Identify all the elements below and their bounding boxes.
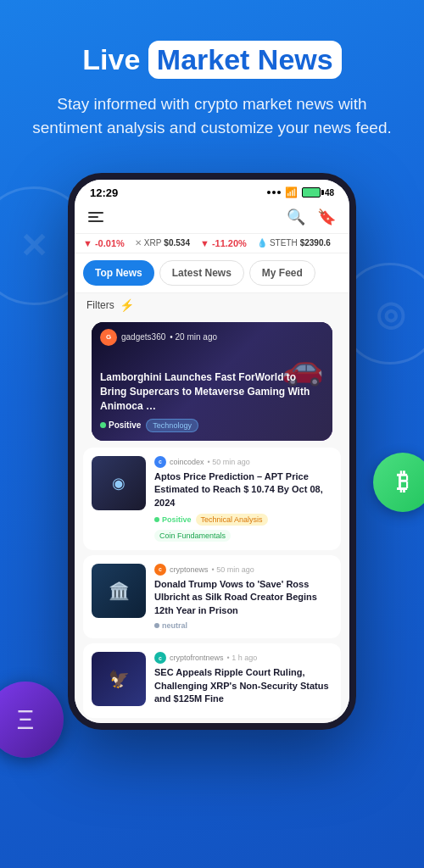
nav-bar: 🔍 🔖 [75, 203, 349, 234]
steth-label: STETH [270, 238, 298, 248]
news-item-3[interactable]: 🦅 c cryptofrontnews • 1 h ago SEC Appeal… [83, 643, 341, 718]
news-body-2: c cryptonews • 50 min ago Donald Trump V… [154, 564, 332, 630]
news-source-row-3: c cryptofrontnews • 1 h ago [154, 652, 332, 664]
phone-mockup: 12:29 📶 48 🔍 🔖 [68, 173, 356, 731]
xrp-label: XRP [144, 238, 162, 248]
filter-icon[interactable]: ⚡ [120, 298, 134, 312]
tag-technical-analysis[interactable]: Technical Analysis [196, 514, 268, 526]
ticker-bar: ▼ -0.01% ✕ XRP $0.534 ▼ -11.20% 💧 STETH … [75, 234, 349, 253]
xrp-icon: ✕ [135, 238, 142, 248]
news-source-row-2: c cryptonews • 50 min ago [154, 564, 332, 576]
featured-card-wrapper: 🚗 G gadgets360 • 20 min ago Lamborghini … [75, 317, 349, 441]
news-time-2: • 50 min ago [212, 565, 254, 574]
header-section: Live Market News Stay informed with cryp… [0, 0, 424, 158]
bookmark-icon[interactable]: 🔖 [317, 208, 336, 226]
featured-source-row: G gadgets360 • 20 min ago [100, 329, 217, 346]
headline-highlight: Market News [148, 41, 342, 79]
news-thumb-1: ◉ [92, 456, 146, 510]
news-sentiment-1: Positive [154, 515, 192, 524]
featured-title: Lamborghini Launches Fast ForWorld to Br… [100, 370, 324, 413]
battery-level: 48 [325, 188, 334, 198]
status-bar: 12:29 📶 48 [75, 180, 349, 203]
featured-source-name: gadgets360 [121, 332, 165, 342]
featured-card-content: Lamborghini Launches Fast ForWorld to Br… [100, 370, 324, 431]
subtitle: Stay informed with crypto market news wi… [0, 92, 424, 141]
headline: Live Market News [0, 41, 424, 79]
trump-icon: 🏛️ [109, 581, 130, 601]
news-source-3: cryptofrontnews [170, 654, 224, 662]
ticker-item-1: ▼ -0.01% [83, 238, 125, 248]
apt-icon: ◉ [112, 474, 126, 492]
news-tags-1: Positive Technical Analysis Coin Fundame… [154, 514, 332, 542]
ticker-item-2: ▼ -11.20% [200, 238, 247, 248]
news-body-1: c coincodex • 50 min ago Aptos Price Pre… [154, 456, 332, 542]
news-source-row-1: c coincodex • 50 min ago [154, 456, 332, 468]
status-icons: 📶 48 [267, 186, 334, 198]
headline-live: Live [82, 43, 140, 75]
news-sentiment-2: neutral [154, 621, 187, 630]
search-icon[interactable]: 🔍 [287, 208, 305, 226]
ticker-value-1: ▼ -0.01% [83, 238, 125, 248]
news-thumb-2: 🏛️ [92, 564, 146, 618]
tag-coin-fundamentals[interactable]: Coin Fundamentals [154, 530, 231, 542]
time-display: 12:29 [90, 186, 118, 199]
ticker-item-xrp: ✕ XRP $0.534 [135, 238, 190, 248]
news-body-3: c cryptofrontnews • 1 h ago SEC Appeals … [154, 652, 332, 709]
news-source-1: coincodex [170, 458, 204, 466]
btc-float-icon: ₿ [373, 453, 424, 512]
news-tags-2: neutral [154, 621, 332, 630]
featured-sentiment: Positive [100, 420, 141, 430]
phone-mockup-wrapper: 12:29 📶 48 🔍 🔖 [0, 173, 424, 731]
coincodex-icon: c [154, 456, 166, 468]
tab-top-news[interactable]: Top News [83, 260, 154, 286]
news-time-1: • 50 min ago [208, 458, 250, 466]
tab-latest-news[interactable]: Latest News [159, 260, 244, 286]
featured-tags: Positive Technology [100, 419, 324, 432]
steth-icon: 💧 [257, 238, 267, 248]
news-title-3: SEC Appeals Ripple Court Ruling, Challen… [154, 666, 332, 705]
news-item-1[interactable]: ◉ c coincodex • 50 min ago Aptos Price P… [83, 448, 341, 550]
featured-category-tag[interactable]: Technology [146, 419, 198, 432]
news-time-3: • 1 h ago [227, 654, 258, 662]
tab-my-feed[interactable]: My Feed [249, 260, 315, 286]
ticker-item-steth: 💧 STETH $2390.6 [257, 238, 331, 248]
cryptofrontnews-icon: c [154, 652, 166, 664]
sec-icon: 🦅 [109, 669, 130, 689]
signal-dots [267, 191, 281, 194]
steth-price: $2390.6 [300, 238, 331, 248]
ticker-value-2: ▼ -11.20% [200, 238, 247, 248]
tab-bar: Top News Latest News My Feed [75, 253, 349, 293]
news-feed: 🚗 G gadgets360 • 20 min ago Lamborghini … [75, 317, 349, 724]
cryptonews-icon: c [154, 564, 166, 576]
featured-time: • 20 min ago [170, 332, 217, 342]
news-thumb-3: 🦅 [92, 652, 146, 706]
filters-label[interactable]: Filters [86, 299, 114, 311]
news-source-2: cryptonews [170, 565, 209, 574]
menu-icon[interactable] [88, 212, 103, 222]
nav-right-icons: 🔍 🔖 [287, 208, 336, 226]
filters-row: Filters ⚡ [75, 293, 349, 317]
xrp-price: $0.534 [164, 238, 190, 248]
featured-news-card[interactable]: 🚗 G gadgets360 • 20 min ago Lamborghini … [92, 322, 332, 441]
news-title-1: Aptos Price Prediction – APT Price Estim… [154, 470, 332, 509]
battery-icon [302, 187, 321, 198]
wifi-icon: 📶 [285, 186, 298, 198]
news-title-2: Donald Trump Vows to 'Save' Ross Ulbrich… [154, 578, 332, 617]
news-item-2[interactable]: 🏛️ c cryptonews • 50 min ago Donald Trum… [83, 555, 341, 638]
gadgets360-icon: G [100, 329, 117, 346]
